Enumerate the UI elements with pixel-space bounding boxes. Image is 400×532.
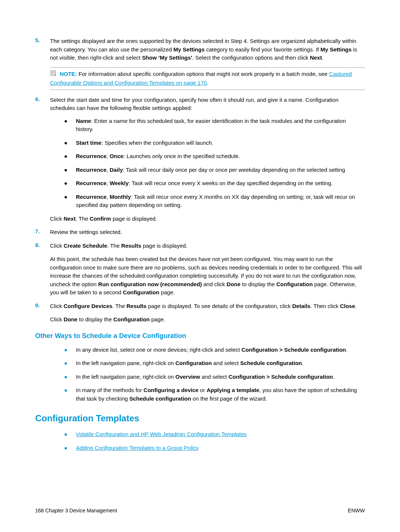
bullet-text: In any device list, select one or more d… <box>76 346 365 354</box>
bullet-dot: ● <box>64 179 76 188</box>
bullet-text: Recurrence, Monthly: Task will recur onc… <box>76 193 365 210</box>
step-text: Click Create Schedule. The Results page … <box>50 242 365 297</box>
link-item: Volatile Configuration and HP Web Jetadm… <box>76 430 365 439</box>
step-text: Click Configure Devices. The Results pag… <box>50 302 365 324</box>
footer-right: ENWW <box>348 508 365 513</box>
section-heading-config-templates: Configuration Templates <box>35 413 365 424</box>
step-number: 5. <box>35 37 50 62</box>
step-text: Review the settings selected. <box>50 228 365 237</box>
bullet-dot: ● <box>64 117 76 134</box>
bullet-dot: ● <box>64 166 76 174</box>
bullet-text: Recurrence, Daily: Task will recur daily… <box>76 166 365 174</box>
page-footer: 168 Chapter 3 Device Management ENWW <box>35 508 365 513</box>
step-6: 6. Select the start date and time for yo… <box>35 96 365 223</box>
step-number: 6. <box>35 96 50 223</box>
step-8-para: At this point, the schedule has been cre… <box>50 255 365 297</box>
step-9: 9. Click Configure Devices. The Results … <box>35 302 365 324</box>
bullet-dot: ● <box>64 386 76 403</box>
step-7: 7. Review the settings selected. <box>35 228 365 237</box>
bullet-dot: ● <box>64 430 76 439</box>
bullet-dot: ● <box>64 152 76 161</box>
bullet-text: In the left navigation pane, right-click… <box>76 359 365 368</box>
step-number: 8. <box>35 242 50 297</box>
note-after: . <box>207 80 208 86</box>
bullet-text: Recurrence, Once: Launches only once in … <box>76 152 365 161</box>
step-number: 9. <box>35 302 50 324</box>
list-item: ●Recurrence, Monthly: Task will recur on… <box>64 193 365 210</box>
step-6-after: Click Next. The Confirm page is displaye… <box>50 215 365 223</box>
step-9-after: Click Done to display the Configuration … <box>50 315 365 324</box>
list-item: ●Start time: Specifies when the configur… <box>64 139 365 147</box>
step-8-line1: Click Create Schedule. The Results page … <box>50 242 365 250</box>
list-item: ●In many of the methods for Configuring … <box>64 386 365 403</box>
list-item: ●In the left navigation pane, right-clic… <box>64 359 365 368</box>
bullet-dot: ● <box>64 193 76 210</box>
step-6-intro: Select the start date and time for your … <box>50 96 365 113</box>
bullet-dot: ● <box>64 346 76 354</box>
list-item: ●Adding Configuration Templates to a Gro… <box>64 444 365 452</box>
bullet-dot: ● <box>64 359 76 368</box>
list-item: ●Recurrence, Weekly: Task will recur onc… <box>64 179 365 188</box>
bullet-dot: ● <box>64 139 76 147</box>
other-ways-list: ●In any device list, select one or more … <box>64 346 365 403</box>
note-icon <box>50 70 57 79</box>
link-adding-templates[interactable]: Adding Configuration Templates to a Grou… <box>76 445 199 451</box>
bullet-dot: ● <box>64 444 76 452</box>
list-item: ●Volatile Configuration and HP Web Jetad… <box>64 430 365 439</box>
footer-left: 168 Chapter 3 Device Management <box>35 508 117 513</box>
section-heading-other-ways: Other Ways to Schedule a Device Configur… <box>35 332 365 340</box>
bullet-dot: ● <box>64 373 76 381</box>
link-item: Adding Configuration Templates to a Grou… <box>76 444 365 452</box>
note-text: For information about specific configura… <box>79 71 329 77</box>
link-volatile-config[interactable]: Volatile Configuration and HP Web Jetadm… <box>76 431 247 437</box>
list-item: ●In any device list, select one or more … <box>64 346 365 354</box>
list-item: ●Recurrence, Once: Launches only once in… <box>64 152 365 161</box>
note-label: NOTE: <box>60 71 77 77</box>
step-text: Select the start date and time for your … <box>50 96 365 223</box>
step-6-bullets: ●Name: Enter a name for this scheduled t… <box>64 117 365 210</box>
step-8: 8. Click Create Schedule. The Results pa… <box>35 242 365 297</box>
step-5: 5. The settings displayed are the ones s… <box>35 37 365 62</box>
note-callout: NOTE: For information about specific con… <box>50 67 365 90</box>
step-text: The settings displayed are the ones supp… <box>50 37 365 62</box>
list-item: ●In the left navigation pane, right-clic… <box>64 373 365 381</box>
list-item: ●Name: Enter a name for this scheduled t… <box>64 117 365 134</box>
bullet-text: Start time: Specifies when the configura… <box>76 139 365 147</box>
list-item: ●Recurrence, Daily: Task will recur dail… <box>64 166 365 174</box>
bullet-text: Name: Enter a name for this scheduled ta… <box>76 117 365 134</box>
config-templates-links: ●Volatile Configuration and HP Web Jetad… <box>64 430 365 452</box>
step-9-line1: Click Configure Devices. The Results pag… <box>50 302 365 311</box>
bullet-text: In the left navigation pane, right-click… <box>76 373 365 381</box>
step-number: 7. <box>35 228 50 237</box>
bullet-text: Recurrence, Weekly: Task will recur once… <box>76 179 365 188</box>
bullet-text: In many of the methods for Configuring a… <box>76 386 365 403</box>
